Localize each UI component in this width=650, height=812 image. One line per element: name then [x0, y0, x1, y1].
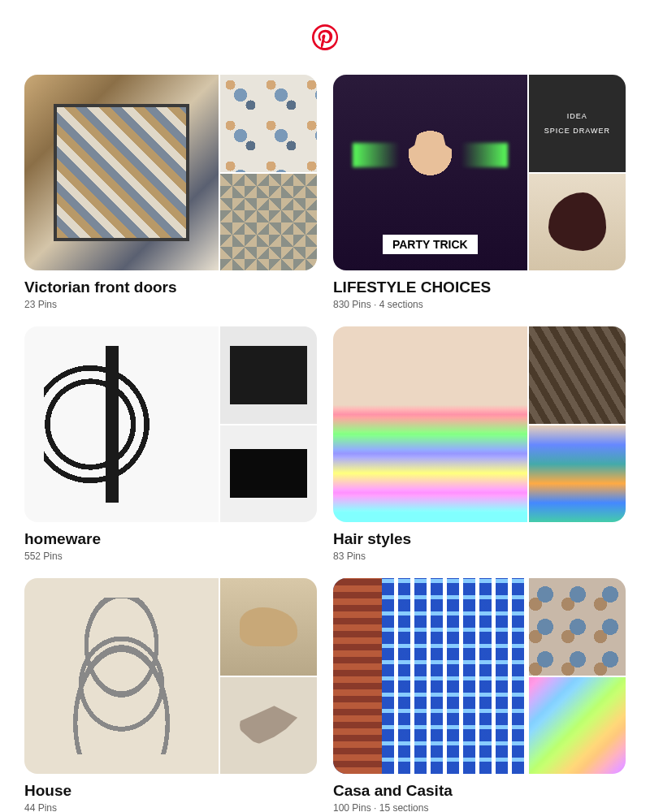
board-title: Casa and Casita: [333, 782, 626, 800]
board-title: House: [24, 782, 317, 800]
board-title: Hair styles: [333, 530, 626, 548]
board-card[interactable]: homeware 552 Pins: [24, 326, 317, 562]
header: [0, 0, 650, 67]
board-image-thumb: [529, 326, 626, 424]
board-cover-images: [24, 326, 317, 522]
board-cover-images: [24, 75, 317, 270]
board-image-primary: [333, 326, 527, 522]
boards-grid: Victorian front doors 23 Pins LIFESTYLE …: [0, 67, 650, 812]
board-card[interactable]: Victorian front doors 23 Pins: [24, 75, 317, 310]
board-card[interactable]: House 44 Pins: [24, 578, 317, 812]
board-image-thumb: [529, 75, 626, 172]
board-image-primary: [333, 578, 527, 774]
board-meta: 100 Pins · 15 sections: [333, 802, 626, 812]
board-image-primary: [24, 326, 219, 522]
board-meta: 830 Pins · 4 sections: [333, 299, 626, 310]
board-meta: 44 Pins: [24, 802, 317, 812]
board-cover-images: [333, 578, 626, 774]
board-cover-images: [333, 326, 626, 522]
board-image-primary: [24, 578, 219, 774]
pinterest-logo-icon[interactable]: [312, 24, 338, 50]
board-cover-images: [24, 578, 317, 774]
board-card[interactable]: Hair styles 83 Pins: [333, 326, 626, 562]
board-image-primary: [24, 75, 219, 270]
board-cover-images: [333, 75, 626, 270]
board-title: LIFESTYLE CHOICES: [333, 279, 626, 296]
board-image-thumb: [220, 425, 317, 523]
board-image-thumb: [529, 174, 626, 271]
board-card[interactable]: Casa and Casita 100 Pins · 15 sections: [333, 578, 626, 812]
board-meta: 83 Pins: [333, 551, 626, 562]
board-meta: 552 Pins: [24, 551, 317, 562]
board-image-thumb: [529, 425, 626, 523]
board-image-thumb: [220, 174, 317, 271]
board-meta: 23 Pins: [24, 299, 317, 310]
board-image-thumb: [529, 578, 626, 676]
board-title: Victorian front doors: [24, 279, 317, 296]
board-image-thumb: [220, 75, 317, 172]
board-image-thumb: [529, 677, 626, 775]
board-title: homeware: [24, 530, 317, 548]
board-image-thumb: [220, 578, 317, 676]
board-image-thumb: [220, 677, 317, 775]
board-image-primary: [333, 75, 527, 270]
board-card[interactable]: LIFESTYLE CHOICES 830 Pins · 4 sections: [333, 75, 626, 310]
board-image-thumb: [220, 326, 317, 424]
